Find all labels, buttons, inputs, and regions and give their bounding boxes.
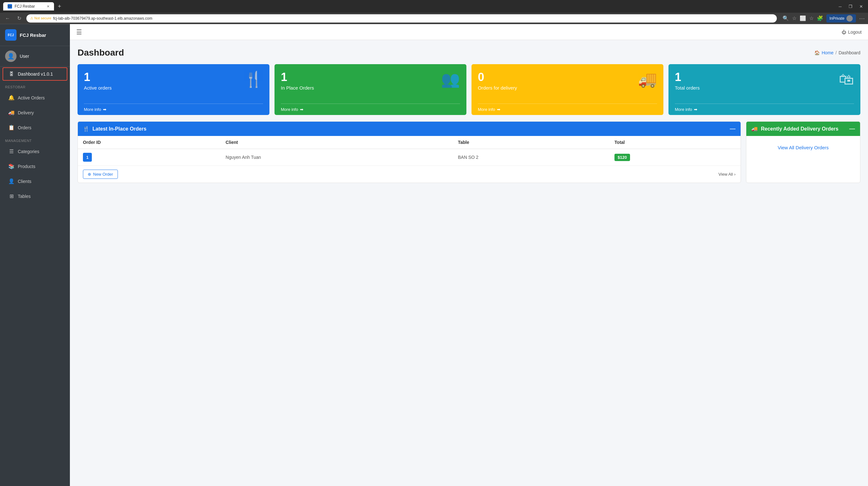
active-orders-number: 1 — [84, 70, 263, 84]
delivery-orders-more-info-label: More info — [478, 107, 495, 112]
client-cell: Nguyen Anh Tuan — [220, 149, 453, 166]
tables-icon: ⊞ — [8, 193, 14, 199]
brand-logo: FCJ — [5, 29, 17, 41]
profile-avatar — [846, 15, 853, 22]
panel-fork-icon: 🍴 — [83, 126, 89, 132]
col-table: Table — [453, 136, 609, 149]
col-order-id: Order ID — [78, 136, 220, 149]
sidebar-brand: FCJ FCJ Resbar — [0, 24, 70, 46]
sidebar-dashboard-label: Dashboard v1.0.1 — [18, 71, 53, 76]
sidebar-item-dashboard[interactable]: 🎛 Dashboard v1.0.1 — [3, 67, 67, 81]
in-place-orders-icon: 👥 — [441, 70, 460, 88]
restore-button[interactable]: ❐ — [847, 3, 854, 9]
sidebar-item-products[interactable]: 📚 Products — [3, 159, 67, 173]
panel-header-left: 🍴 Latest In-Place Orders — [83, 126, 147, 132]
page-header: Dashboard 🏠 Home / Dashboard — [78, 47, 860, 58]
sidebar-item-categories[interactable]: ☰ Categories — [3, 144, 67, 158]
extensions-icon[interactable]: 🧩 — [817, 15, 823, 21]
minimize-button[interactable]: ─ — [837, 3, 843, 9]
delivery-panel-icon: 🚚 — [751, 126, 758, 132]
sidebar-active-orders-label: Active Orders — [18, 95, 45, 100]
col-total: Total — [609, 136, 741, 149]
delivery-orders-icon: 🚚 — [638, 70, 657, 88]
close-button[interactable]: ✕ — [858, 3, 865, 9]
new-tab-button[interactable]: + — [58, 3, 61, 10]
tab-title: FCJ Resbar — [14, 4, 35, 8]
products-icon: 📚 — [8, 163, 14, 169]
home-icon: 🏠 — [814, 50, 820, 55]
sidebar-categories-label: Categories — [18, 149, 39, 154]
new-order-button[interactable]: ⊕ New Order — [83, 170, 118, 179]
sidebar-delivery-label: Delivery — [18, 110, 34, 115]
breadcrumb-home[interactable]: Home — [822, 50, 833, 55]
delivery-orders-label: Orders for delivery — [478, 85, 657, 91]
delivery-panel-minimize-button[interactable]: — — [849, 126, 855, 132]
categories-icon: ☰ — [8, 148, 14, 154]
breadcrumb: 🏠 Home / Dashboard — [814, 50, 860, 55]
total-orders-arrow-icon: ➡ — [694, 107, 698, 112]
sidebar-username: User — [20, 54, 29, 59]
address-bar: ← ↻ ⚠ Not secure fcj-lab-alb-703679479.a… — [0, 13, 868, 24]
view-all-link[interactable]: View All › — [718, 172, 736, 176]
table-footer: ⊕ New Order View All › — [78, 166, 741, 183]
total-cell: $120 — [609, 149, 741, 166]
browser-tab[interactable]: 🍽 FCJ Resbar ✕ — [3, 2, 54, 10]
favorites-icon[interactable]: ☆ — [792, 15, 797, 21]
view-all-delivery-button[interactable]: View All Delivery Orders — [775, 142, 832, 153]
logout-button[interactable]: ⏻ Logout — [842, 30, 862, 35]
view-all-delivery-label: View All Delivery Orders — [778, 145, 829, 150]
active-orders-more-info-label: More info — [84, 107, 101, 112]
view-all-label: View All — [718, 172, 733, 176]
delivery-panel-title: Recently Added Delivery Orders — [761, 126, 838, 132]
user-avatar-icon: 👤 — [7, 53, 14, 60]
split-view-icon[interactable]: ⬜ — [800, 15, 806, 21]
sidebar-item-delivery[interactable]: 🚚 Delivery — [3, 106, 67, 120]
table-cell: BAN SO 2 — [453, 149, 609, 166]
delivery-orders-number: 0 — [478, 70, 657, 84]
sidebar-user: 👤 User — [0, 46, 70, 67]
sidebar-orders-label: Orders — [18, 125, 31, 130]
top-bar: ☰ ⏻ Logout — [70, 24, 868, 40]
sidebar: FCJ FCJ Resbar 👤 User 🎛 Dashboard v1.0.1… — [0, 24, 70, 486]
active-orders-more-info[interactable]: More info ➡ — [84, 103, 263, 115]
sidebar-item-clients[interactable]: 👤 Clients — [3, 174, 67, 188]
active-orders-arrow-icon: ➡ — [103, 107, 106, 112]
security-warning: ⚠ Not secure — [30, 16, 51, 20]
hamburger-button[interactable]: ☰ — [76, 28, 82, 36]
brand-name: FCJ Resbar — [20, 32, 46, 38]
sidebar-item-tables[interactable]: ⊞ Tables — [3, 189, 67, 203]
logout-label: Logout — [848, 30, 862, 35]
refresh-button[interactable]: ↻ — [15, 14, 23, 22]
table-row: 1 Nguyen Anh Tuan BAN SO 2 $120 — [78, 149, 741, 166]
tab-close-button[interactable]: ✕ — [47, 4, 50, 8]
breadcrumb-separator: / — [836, 50, 837, 55]
content-area: Dashboard 🏠 Home / Dashboard 1 Active or… — [70, 40, 868, 486]
sidebar-clients-label: Clients — [18, 179, 31, 184]
col-client: Client — [220, 136, 453, 149]
delivery-orders-more-info[interactable]: More info ➡ — [478, 103, 657, 115]
section-label-restobar: RESTOBAR — [0, 81, 70, 90]
active-orders-label: Active orders — [84, 85, 263, 91]
latest-orders-minimize-button[interactable]: — — [730, 126, 736, 132]
inprivate-button[interactable]: InPrivate — [826, 14, 856, 23]
favorites-bar-icon[interactable]: ☆ — [809, 15, 814, 21]
chevron-right-icon: › — [734, 172, 736, 176]
sidebar-item-active-orders[interactable]: 🔔 Active Orders — [3, 91, 67, 104]
stat-card-total-orders: 1 Total orders 🛍 More info ➡ — [669, 64, 860, 115]
search-icon[interactable]: 🔍 — [782, 15, 789, 21]
latest-orders-panel-header: 🍴 Latest In-Place Orders — — [78, 122, 741, 136]
total-orders-more-info[interactable]: More info ➡ — [675, 103, 854, 115]
more-options-button[interactable]: ⋯ — [859, 15, 865, 22]
breadcrumb-current: Dashboard — [839, 50, 861, 55]
orders-icon: 📋 — [8, 125, 14, 131]
in-place-orders-more-info[interactable]: More info ➡ — [281, 103, 460, 115]
window-controls: ─ ❐ ✕ — [837, 3, 865, 9]
in-place-orders-number: 1 — [281, 70, 460, 84]
delivery-panel-body: View All Delivery Orders — [746, 136, 860, 159]
url-input[interactable]: ⚠ Not secure fcj-lab-alb-703679479.ap-so… — [26, 14, 777, 23]
back-button[interactable]: ← — [3, 15, 12, 22]
sidebar-item-orders[interactable]: 📋 Orders — [3, 121, 67, 134]
total-orders-number: 1 — [675, 70, 854, 84]
in-place-orders-more-info-label: More info — [281, 107, 298, 112]
section-label-management: MANAGEMENT — [0, 135, 70, 144]
